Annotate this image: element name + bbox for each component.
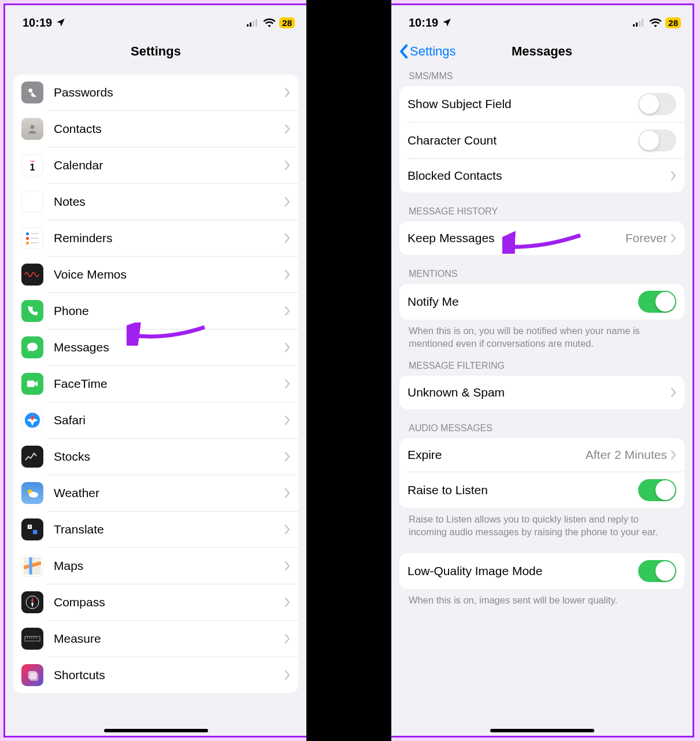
status-bar: 10:19 28: [391, 5, 692, 34]
section-header-smsmms: SMS/MMS: [391, 69, 692, 86]
settings-row-contacts[interactable]: Contacts: [13, 111, 298, 147]
section-header-history: MESSAGE HISTORY: [391, 192, 692, 221]
toggle-character-count[interactable]: [638, 129, 676, 151]
svg-rect-6: [27, 381, 35, 387]
section-header-mentions: MENTIONS: [391, 255, 692, 284]
chevron-right-icon: [284, 488, 290, 498]
svg-rect-2: [253, 21, 254, 27]
row-value: Forever: [625, 231, 667, 245]
safari-icon: [21, 409, 43, 431]
row-notify-me[interactable]: Notify Me: [399, 284, 684, 320]
settings-row-facetime[interactable]: FaceTime: [13, 366, 298, 402]
settings-row-safari[interactable]: Safari: [13, 402, 298, 438]
chevron-right-icon: [671, 450, 676, 460]
settings-row-shortcuts[interactable]: Shortcuts: [13, 657, 298, 693]
settings-row-passwords[interactable]: Passwords: [13, 75, 298, 110]
chevron-right-icon: [284, 379, 290, 388]
row-label: FaceTime: [54, 377, 284, 391]
settings-row-calendar[interactable]: •••1Calendar: [13, 147, 298, 183]
home-indicator: [490, 729, 594, 732]
phone-icon: [21, 300, 43, 322]
row-label: Phone: [54, 304, 284, 318]
voicememos-icon: [21, 264, 43, 286]
chevron-right-icon: [284, 343, 290, 352]
status-time: 10:19: [23, 16, 52, 29]
facetime-icon: [21, 373, 43, 395]
row-keep-messages[interactable]: Keep Messages Forever: [399, 221, 684, 255]
svg-rect-18: [639, 21, 640, 27]
chevron-right-icon: [284, 88, 290, 97]
row-label: Shortcuts: [54, 668, 284, 682]
reminders-icon: [21, 227, 43, 249]
chevron-right-icon: [284, 270, 290, 279]
row-label: Translate: [54, 523, 284, 536]
translate-icon: A: [21, 518, 43, 540]
row-label: Character Count: [408, 134, 638, 147]
svg-rect-19: [642, 19, 643, 27]
messages-settings-screen: 10:19 28 Settings Messages SMS/MMS Show …: [391, 3, 694, 738]
back-button[interactable]: Settings: [398, 44, 456, 59]
notes-icon: [21, 191, 43, 213]
row-label: Messages: [54, 340, 284, 354]
settings-screen: 10:19 28 Settings PasswordsContacts•••1C…: [3, 3, 306, 738]
page-title: Settings: [131, 44, 181, 59]
svg-rect-1: [250, 23, 251, 27]
settings-row-reminders[interactable]: Reminders: [13, 220, 298, 256]
settings-row-phone[interactable]: Phone: [13, 293, 298, 329]
row-label: Unknown & Spam: [408, 386, 671, 399]
nav-bar: Settings Messages: [391, 34, 692, 69]
row-label: Maps: [54, 559, 284, 573]
row-expire[interactable]: Expire After 2 Minutes: [399, 438, 684, 472]
row-raise-to-listen[interactable]: Raise to Listen: [399, 472, 684, 508]
settings-row-measure[interactable]: Measure: [13, 621, 298, 657]
location-icon: [442, 17, 452, 28]
settings-row-maps[interactable]: Maps: [13, 548, 298, 584]
maps-icon: [21, 555, 43, 577]
row-label: Safari: [54, 413, 284, 427]
row-character-count[interactable]: Character Count: [399, 123, 684, 158]
status-time: 10:19: [409, 16, 438, 29]
compass-icon: [21, 591, 43, 613]
row-show-subject-field[interactable]: Show Subject Field: [399, 86, 684, 122]
passwords-icon: [21, 81, 43, 103]
calendar-icon: •••1: [21, 154, 43, 176]
chevron-right-icon: [284, 634, 290, 643]
svg-rect-0: [247, 24, 249, 27]
settings-row-translate[interactable]: ATranslate: [13, 512, 298, 547]
svg-point-5: [31, 125, 35, 129]
chevron-right-icon: [284, 416, 290, 425]
toggle-low-quality-image[interactable]: [638, 560, 676, 582]
row-label: Compass: [54, 595, 284, 609]
shortcuts-icon: [21, 664, 43, 686]
settings-row-compass[interactable]: Compass: [13, 584, 298, 620]
toggle-notify-me[interactable]: [638, 291, 676, 313]
section-footer-mentions: When this is on, you will be notified wh…: [391, 320, 692, 350]
location-icon: [55, 17, 66, 28]
row-label: Raise to Listen: [408, 483, 638, 497]
toggle-show-subject[interactable]: [638, 93, 676, 115]
svg-rect-16: [633, 24, 635, 27]
chevron-right-icon: [671, 171, 676, 180]
cellular-icon: [633, 18, 646, 27]
row-unknown-spam[interactable]: Unknown & Spam: [399, 376, 684, 409]
svg-rect-17: [636, 23, 638, 27]
section-header-audio: AUDIO MESSAGES: [391, 409, 692, 438]
settings-list: PasswordsContacts•••1CalendarNotesRemind…: [13, 75, 298, 693]
row-blocked-contacts[interactable]: Blocked Contacts: [399, 159, 684, 192]
row-low-quality-image[interactable]: Low-Quality Image Mode: [399, 553, 684, 589]
row-label: Expire: [408, 448, 586, 462]
chevron-right-icon: [671, 388, 676, 397]
status-bar: 10:19 28: [5, 5, 306, 34]
row-label: Contacts: [54, 122, 284, 136]
settings-row-weather[interactable]: Weather: [13, 475, 298, 511]
chevron-right-icon: [284, 598, 290, 607]
wifi-icon: [263, 18, 276, 27]
settings-row-messages[interactable]: Messages: [13, 329, 298, 365]
settings-row-voicememos[interactable]: Voice Memos: [13, 257, 298, 292]
section-footer-lowq: When this is on, images sent will be low…: [391, 589, 692, 606]
row-label: Blocked Contacts: [408, 169, 671, 183]
settings-row-stocks[interactable]: Stocks: [13, 439, 298, 475]
toggle-raise-to-listen[interactable]: [638, 479, 676, 501]
svg-rect-3: [255, 19, 257, 27]
settings-row-notes[interactable]: Notes: [13, 184, 298, 220]
